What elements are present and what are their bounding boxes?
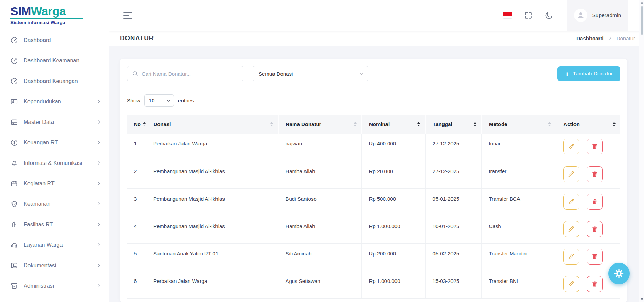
gauge-icon: [10, 36, 18, 44]
chevron-right-icon: [96, 263, 101, 268]
page-size-select[interactable]: 10: [144, 94, 174, 107]
donatur-card: Semua Donasi + Tambah Donatur Show 10 en…: [120, 59, 627, 302]
chevron-right-icon: [608, 36, 612, 41]
gauge-icon: [10, 57, 18, 65]
sidebar-item-layanan-warga[interactable]: Layanan Warga: [0, 235, 109, 255]
delete-button[interactable]: [587, 221, 603, 237]
edit-button[interactable]: [563, 276, 579, 292]
logo-title: SIMWarga: [10, 5, 106, 18]
trash-icon: [591, 143, 598, 150]
scrollbar-thumb[interactable]: [641, 6, 643, 35]
layout-icon: [10, 118, 18, 126]
fullscreen-icon[interactable]: [524, 11, 533, 20]
sidebar-item-label: Kependudukan: [24, 99, 61, 105]
sidebar-item-administrasi[interactable]: Administrasi: [0, 276, 109, 296]
cell-nominal: Rp 20.000: [362, 161, 425, 188]
cell-tanggal: 05-01-2025: [425, 188, 482, 216]
sidebar-item-label: Informasi & Komunikasi: [24, 160, 82, 166]
donation-filter-select[interactable]: Semua Donasi: [253, 66, 368, 81]
add-donatur-label: Tambah Donatur: [573, 70, 613, 77]
edit-button[interactable]: [563, 194, 579, 210]
sidebar-item-label: Fasilitas RT: [24, 221, 53, 228]
column-header-nominal[interactable]: Nominal: [362, 115, 425, 134]
chevron-right-icon: [96, 283, 101, 288]
add-donatur-button[interactable]: + Tambah Donatur: [557, 66, 620, 81]
sidebar-item-dokumentasi[interactable]: Dokumentasi: [0, 255, 109, 276]
sidebar-item-informasi-komunikasi[interactable]: Informasi & Komunikasi: [0, 153, 109, 173]
sidebar-item-dashboard-keuangan[interactable]: Dashboard Keuangan: [0, 71, 109, 91]
cell-donasi: Pembangunan Masjid Al-Ikhlas: [146, 161, 278, 188]
search-input[interactable]: [142, 71, 238, 77]
header-actions: Superadmin: [503, 0, 628, 31]
cell-donasi: Perbaikan Jalan Warga: [146, 134, 278, 161]
sidebar: SIMWarga Sistem informasi Warga Dashboar…: [0, 0, 109, 302]
sidebar-item-fasilitas-rt[interactable]: Fasilitas RT: [0, 214, 109, 235]
hamburger-menu-icon[interactable]: [123, 12, 133, 19]
cell-tanggal: 05-02-2025: [425, 243, 482, 271]
vertical-scrollbar[interactable]: [639, 0, 644, 302]
column-label: Nominal: [369, 121, 390, 127]
main-area: Superadmin DONATUR Dashboard Donatur: [109, 0, 644, 302]
entries-label: entries: [178, 98, 194, 104]
edit-button[interactable]: [563, 139, 579, 154]
edit-button[interactable]: [563, 221, 579, 237]
sidebar-item-dashboard[interactable]: Dashboard: [0, 30, 109, 50]
sidebar-item-keuangan-rt[interactable]: Keuangan RT: [0, 132, 109, 153]
cell-nama-donatur: Agus Setiawan: [278, 271, 362, 298]
pencil-icon: [568, 280, 575, 287]
settings-fab-button[interactable]: [608, 263, 630, 284]
id-card-icon: [10, 98, 18, 106]
edit-button[interactable]: [563, 249, 579, 265]
column-header-metode[interactable]: Metode: [482, 115, 556, 134]
scroll-down-arrow[interactable]: [641, 298, 643, 300]
moon-icon[interactable]: [545, 11, 553, 20]
cell-nama-donatur: Hamba Allah: [278, 216, 362, 243]
cell-tanggal: 27-12-2025: [425, 161, 482, 188]
scroll-up-arrow[interactable]: [641, 2, 643, 4]
delete-button[interactable]: [587, 276, 603, 292]
sidebar-item-kependudukan[interactable]: Kependudukan: [0, 91, 109, 112]
cell-nominal: Rp 1.000.000: [362, 216, 425, 243]
cell-no: 2: [127, 161, 146, 188]
indonesia-flag-icon[interactable]: [503, 12, 512, 19]
sidebar-item-label: Dokumentasi: [24, 262, 56, 269]
user-menu[interactable]: Superadmin: [567, 0, 628, 31]
cell-donasi: Pembangunan Masjid Al-Ikhlas: [146, 216, 278, 243]
calendar-icon: [10, 180, 18, 187]
sidebar-item-label: Kegiatan RT: [24, 181, 55, 187]
pencil-icon: [568, 253, 575, 260]
column-header-tanggal[interactable]: Tanggal: [425, 115, 482, 134]
delete-button[interactable]: [587, 139, 603, 154]
column-header-donasi[interactable]: Donasi: [146, 115, 278, 134]
sidebar-item-kegiatan-rt[interactable]: Kegiatan RT: [0, 173, 109, 194]
archive-icon: [10, 282, 18, 290]
sort-icon: [143, 122, 146, 126]
delete-button[interactable]: [587, 249, 603, 265]
column-header-no[interactable]: No: [127, 115, 146, 134]
cell-no: 1: [127, 134, 146, 161]
gauge-icon: [10, 77, 18, 85]
cell-metode: Transfer BCA: [482, 188, 556, 216]
sidebar-item-master-data[interactable]: Master Data: [0, 112, 109, 132]
column-header-action[interactable]: Action: [556, 115, 620, 134]
column-header-nama-donatur[interactable]: Nama Donatur: [278, 115, 362, 134]
cell-no: 5: [127, 243, 146, 271]
edit-button[interactable]: [563, 166, 579, 182]
delete-button[interactable]: [587, 194, 603, 210]
cell-action: [556, 216, 620, 243]
sidebar-item-label: Keamanan: [24, 201, 50, 207]
column-label: Tanggal: [433, 121, 452, 127]
sort-icon: [548, 122, 551, 126]
sidebar-item-keamanan[interactable]: Keamanan: [0, 194, 109, 214]
breadcrumb-dashboard-link[interactable]: Dashboard: [576, 35, 603, 41]
cell-nominal: Rp 200.000: [362, 243, 425, 271]
app-logo[interactable]: SIMWarga Sistem informasi Warga: [0, 0, 109, 25]
table-row: 2 Pembangunan Masjid Al-Ikhlas Hamba All…: [127, 161, 620, 188]
cell-action: [556, 188, 620, 216]
trash-icon: [591, 253, 598, 260]
top-header: Superadmin: [109, 0, 644, 31]
sidebar-item-dashboard-keamanan[interactable]: Dashboard Keamanan: [0, 50, 109, 71]
cell-metode: Cash: [482, 216, 556, 243]
delete-button[interactable]: [587, 166, 603, 182]
user-avatar: [574, 9, 587, 22]
